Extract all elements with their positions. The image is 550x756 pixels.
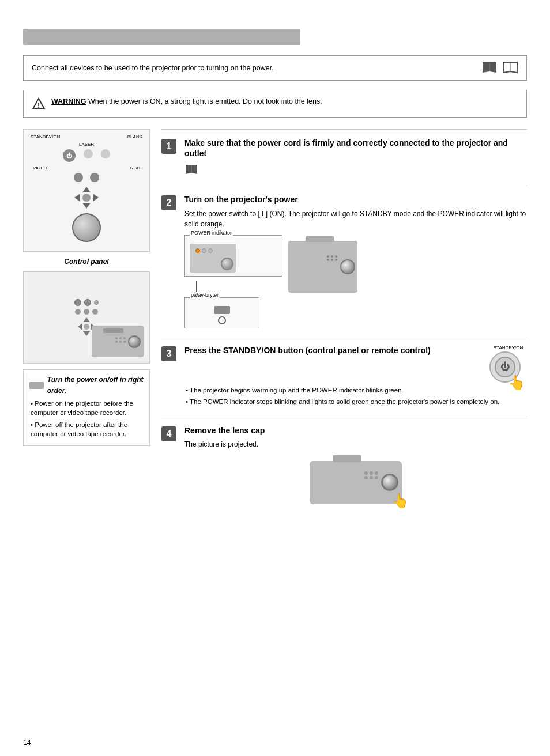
step-2-diagram: POWER-indikator — [184, 235, 527, 328]
step-3-bullet-1: The projector begins warming up and the … — [186, 385, 527, 395]
header-bar — [23, 29, 300, 45]
book-outline-icon — [502, 62, 518, 74]
warning-label: WARNING — [51, 97, 86, 105]
switch-label: på/av-bryter — [190, 292, 220, 298]
cp-laser-btn[interactable] — [84, 149, 93, 158]
connect-box: Connect all devices to be used to the pr… — [23, 55, 527, 81]
step-2-body: Set the power switch to [ I ] (ON). The … — [184, 209, 527, 229]
step-4-title: Remove the lens cap — [184, 425, 527, 436]
step-4-content: Remove the lens cap The picture is proje… — [184, 425, 527, 513]
step-2-title: Turn on the projector's power — [184, 194, 527, 205]
standby-on-button-image: STANDBY/ON ⏻ 👆 — [489, 345, 527, 385]
warning-text: WARNING When the power is ON, a strong l… — [51, 96, 322, 107]
step-2-number: 2 — [161, 195, 176, 210]
step-3-title: Press the STANDBY/ON button (control pan… — [184, 345, 484, 356]
turn-power-item-1: Power on the projector before the comput… — [31, 399, 144, 417]
turn-power-title: Turn the power on/off in right order. — [47, 375, 144, 396]
control-panel-label: Control panel — [23, 258, 150, 266]
cp-row2: VIDEO RGB — [28, 165, 145, 171]
power-indicator-label: POWER-indikator — [190, 230, 233, 236]
step-3-list: The projector begins warming up and the … — [184, 385, 527, 406]
step-3-bullet-2: The POWER indicator stops blinking and l… — [186, 397, 527, 406]
step-4-number: 4 — [161, 426, 176, 441]
cp-buttons-row: ⏻ — [63, 149, 110, 162]
cp-blank-btn[interactable] — [101, 149, 110, 158]
step-3-number: 3 — [161, 346, 176, 361]
right-column: 1 Make sure that the power cord is firml… — [161, 129, 527, 521]
left-column: STANDBY/ON BLANK LASER ⏻ VIDEO — [23, 129, 150, 521]
step-4-projector-body: 👆 — [304, 455, 408, 513]
warning-triangle-icon: ! — [32, 97, 46, 111]
control-panel-image: STANDBY/ON BLANK LASER ⏻ VIDEO — [23, 129, 150, 252]
hand-pointer-icon: 👆 — [508, 375, 525, 391]
turn-power-item-2: Power off the projector after the comput… — [31, 420, 144, 439]
step-1-book-icon — [184, 164, 198, 176]
step-4: 4 Remove the lens cap The picture is pro… — [161, 417, 527, 521]
step-2-content: Turn on the projector's power Set the po… — [184, 194, 527, 328]
step-1: 1 Make sure that the power cord is firml… — [161, 129, 527, 186]
step-4-body: The picture is projected. — [184, 439, 527, 449]
lens-cap-hand-icon: 👆 — [391, 493, 409, 509]
main-content: STANDBY/ON BLANK LASER ⏻ VIDEO — [23, 129, 527, 521]
step-4-projector-image: 👆 — [184, 455, 527, 513]
step-2: 2 Turn on the projector's power Set the … — [161, 186, 527, 337]
warning-box: ! WARNING When the power is ON, a strong… — [23, 90, 527, 118]
turn-power-box: Turn the power on/off in right order. Po… — [23, 369, 150, 446]
page-container: Connect all devices to be used to the pr… — [0, 0, 550, 756]
connect-box-icons — [481, 62, 518, 74]
step-1-number: 1 — [161, 139, 176, 154]
step-2-left-diagram: POWER-indikator — [184, 235, 282, 328]
step-1-title: Make sure that the power cord is firmly … — [184, 138, 527, 158]
step-3-content: Press the STANDBY/ON button (control pan… — [184, 345, 527, 409]
turn-power-list: Power on the projector before the comput… — [29, 399, 144, 438]
cp-rgb-btn[interactable] — [90, 173, 99, 182]
step-3: 3 Press the STANDBY/ON button (control p… — [161, 337, 527, 417]
connect-box-text: Connect all devices to be used to the pr… — [32, 64, 274, 72]
page-number: 14 — [23, 739, 31, 747]
turn-power-header: Turn the power on/off in right order. — [29, 375, 144, 396]
step-2-projector — [288, 241, 357, 293]
svg-text:!: ! — [37, 101, 40, 109]
turn-power-bar-icon — [29, 382, 44, 389]
cp-focus-knob[interactable] — [72, 213, 101, 242]
cp-labels: STANDBY/ON BLANK — [28, 134, 145, 139]
standby-label: STANDBY/ON — [489, 345, 527, 350]
book-solid-icon — [481, 62, 498, 74]
cp-standby-btn[interactable]: ⏻ — [63, 149, 76, 162]
cp-labels2: LASER — [28, 142, 145, 147]
cp-video-btn[interactable] — [74, 173, 83, 182]
step-1-content: Make sure that the power cord is firmly … — [184, 138, 527, 177]
remote-projector-image — [23, 271, 150, 364]
